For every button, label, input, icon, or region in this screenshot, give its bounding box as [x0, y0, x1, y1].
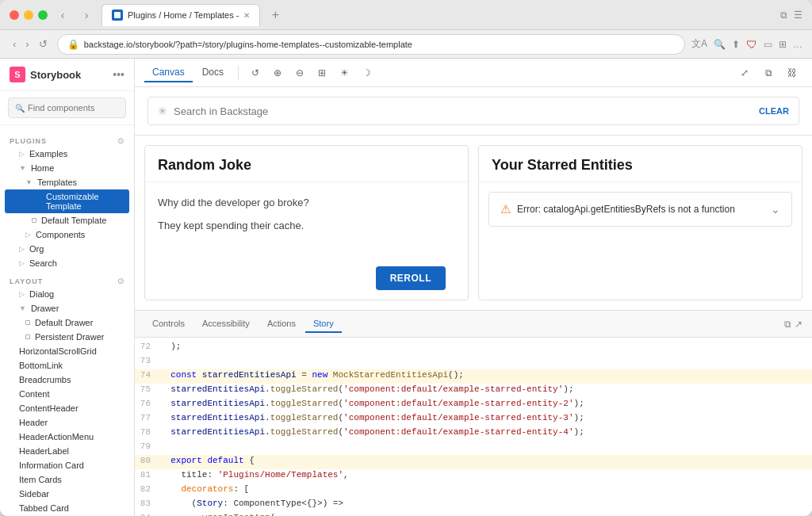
sidebar-item-default-drawer[interactable]: Default Drawer — [0, 315, 134, 330]
forward-button[interactable]: › — [78, 6, 95, 24]
light-mode-tool[interactable]: ☀ — [334, 63, 354, 83]
tab-accessibility[interactable]: Accessibility — [194, 315, 258, 333]
backstage-search-input[interactable] — [174, 105, 746, 117]
menu-icon[interactable]: ☰ — [794, 10, 802, 21]
copy-icon[interactable]: ⧉ — [784, 319, 791, 330]
tab-close-button[interactable]: ✕ — [243, 11, 250, 20]
nav-back[interactable]: ‹ — [10, 36, 19, 52]
search-input-wrapper[interactable]: 🔍 ⌘K — [8, 97, 126, 118]
code-line: 76 starredEntitiesApi.toggleStarred('com… — [135, 398, 812, 412]
expand-arrow: ▼ — [19, 164, 26, 172]
reroll-button[interactable]: REROLL — [376, 266, 446, 290]
back-button[interactable]: ‹ — [54, 6, 71, 24]
item-dot-icon — [25, 334, 30, 339]
nav-forward[interactable]: › — [22, 36, 32, 52]
tab-title: Plugins / Home / Templates - — [128, 10, 239, 20]
minimize-button[interactable] — [24, 10, 33, 20]
preview-area: ✳ CLEAR Random Joke Why did the develop — [135, 87, 812, 310]
sidebar-item-contentheader[interactable]: ContentHeader — [0, 401, 134, 415]
share-icon: ⧉ — [780, 10, 787, 21]
sidebar-item-search[interactable]: ▷ Search — [0, 256, 134, 270]
search-bar: 🔍 ⌘K — [0, 91, 134, 125]
sidebar-item-infocard[interactable]: Information Card — [0, 458, 134, 472]
close-button[interactable] — [10, 10, 19, 20]
new-tab-button[interactable]: + — [266, 6, 284, 24]
tab-actions[interactable]: Actions — [259, 315, 304, 333]
search-input[interactable] — [28, 103, 135, 113]
tab-docs[interactable]: Docs — [194, 63, 232, 82]
sidebar-icon[interactable]: ▭ — [764, 39, 772, 50]
sidebar-item-itemcards[interactable]: Item Cards — [0, 472, 134, 487]
reload-tool[interactable]: ↺ — [245, 63, 266, 83]
sidebar-item-org[interactable]: ▷ Org — [0, 242, 134, 256]
code-line: 82 decorators: [ — [135, 484, 812, 498]
expand-icon[interactable]: ↗ — [795, 319, 802, 330]
share-icon[interactable]: ⬆ — [732, 39, 740, 50]
sidebar-item-examples[interactable]: ▷ Examples — [0, 147, 134, 161]
toolbar-icons: 文A 🔍 ⬆ 🛡 ▭ ⊞ … — [691, 37, 802, 51]
translate-icon[interactable]: 文A — [691, 37, 707, 51]
zoom-out-tool[interactable]: ⊖ — [289, 63, 310, 83]
toolbar-right: ⤢ ⧉ ⛓ — [734, 63, 802, 83]
sidebar-item-components[interactable]: ▷ Components — [0, 227, 134, 242]
tab-canvas[interactable]: Canvas — [144, 63, 193, 82]
sidebar-item-drawer[interactable]: ▼ Drawer — [0, 301, 134, 315]
dark-mode-tool[interactable]: ☽ — [356, 63, 377, 83]
search-page-icon[interactable]: 🔍 — [714, 39, 726, 50]
error-icon: ⚠ — [500, 202, 511, 216]
browser-titlebar: ‹ › Plugins / Home / Templates - ✕ + ⧉ ☰ — [0, 0, 812, 30]
sidebar-item-customizable-template[interactable]: Customizable Template — [5, 189, 129, 213]
joke-panel-header: Random Joke — [145, 146, 468, 182]
sidebar-item-default-template[interactable]: Default Template — [0, 213, 134, 227]
code-line: 73 — [135, 355, 812, 369]
sidebar-content: PLUGINS ⊙ ▷ Examples ▼ Home ▼ Templates — [0, 125, 134, 516]
sidebar-item-header[interactable]: Header — [0, 415, 134, 430]
sidebar-item-sidebar-component[interactable]: Sidebar — [0, 487, 134, 501]
zoom-in-tool[interactable]: ⊕ — [267, 63, 288, 83]
code-line: 74 const starredEntitiesApi = new MockSt… — [135, 369, 812, 384]
sidebar-menu-button[interactable]: ••• — [113, 68, 124, 81]
item-dot-icon — [32, 218, 36, 223]
sidebar-item-templates[interactable]: ▼ Templates — [0, 175, 134, 189]
sidebar-item-hscrollgrid[interactable]: HorizontalScrollGrid — [0, 344, 134, 358]
collapse-icon[interactable]: ⊙ — [117, 277, 124, 285]
active-tab[interactable]: Plugins / Home / Templates - ✕ — [102, 4, 260, 26]
backstage-search-inner[interactable]: ✳ CLEAR — [147, 97, 799, 125]
sidebar-item-headeractionmenu[interactable]: HeaderActionMenu — [0, 430, 134, 444]
item-dot-icon — [25, 320, 30, 325]
sidebar-item-breadcrumbs[interactable]: Breadcrumbs — [0, 373, 134, 387]
expand-arrow: ▼ — [25, 178, 33, 186]
sidebar-item-dialog[interactable]: ▷ Dialog — [0, 287, 134, 301]
maximize-button[interactable] — [38, 10, 48, 20]
browser-menu-icon[interactable]: … — [793, 39, 802, 50]
lock-icon: 🔒 — [67, 39, 79, 50]
copy-link-tool[interactable]: ⛓ — [782, 63, 802, 83]
sidebar-item-headerlabel[interactable]: HeaderLabel — [0, 444, 134, 458]
error-expand-button[interactable]: ⌄ — [771, 203, 780, 216]
sidebar-item-bottomlink[interactable]: BottomLink — [0, 358, 134, 373]
code-line: 79 — [135, 441, 812, 455]
sidebar-item-content[interactable]: Content — [0, 387, 134, 401]
sidebar-item-tabbedcard[interactable]: Tabbed Card — [0, 501, 134, 515]
grid-tool[interactable]: ⊞ — [312, 63, 332, 83]
layout-section-label: LAYOUT ⊙ — [0, 270, 134, 287]
fullscreen-tool[interactable]: ⤢ — [734, 63, 755, 83]
nav-reload[interactable]: ↺ — [36, 36, 51, 52]
tab-story[interactable]: Story — [305, 315, 342, 333]
code-line: 77 starredEntitiesApi.toggleStarred('com… — [135, 412, 812, 426]
clear-search-button[interactable]: CLEAR — [759, 106, 789, 116]
new-window-tool[interactable]: ⧉ — [758, 63, 779, 83]
address-input-wrapper[interactable]: 🔒 backstage.io/storybook/?path=/story/pl… — [57, 34, 685, 55]
extensions-icon[interactable]: ⊞ — [779, 39, 787, 50]
sidebar-item-home[interactable]: ▼ Home — [0, 161, 134, 175]
url-display: backstage.io/storybook/?path=/story/plug… — [84, 40, 675, 49]
sidebar-item-persistent-drawer[interactable]: Persistent Drawer — [0, 330, 134, 344]
bottom-panel: Controls Accessibility Actions Story ⧉ ↗… — [135, 310, 812, 516]
search-asterisk-icon: ✳ — [158, 105, 167, 117]
main-area: Canvas Docs ↺ ⊕ ⊖ ⊞ ☀ ☽ ⤢ ⧉ ⛓ — [135, 59, 812, 516]
sidebar-header: Storybook ••• — [0, 59, 134, 91]
collapse-icon[interactable]: ⊙ — [117, 136, 124, 145]
tab-controls[interactable]: Controls — [144, 315, 193, 333]
code-line: 80 export default { — [135, 455, 812, 469]
error-content: ⚠ Error: catalogApi.getEntitiesByRefs is… — [500, 202, 735, 216]
